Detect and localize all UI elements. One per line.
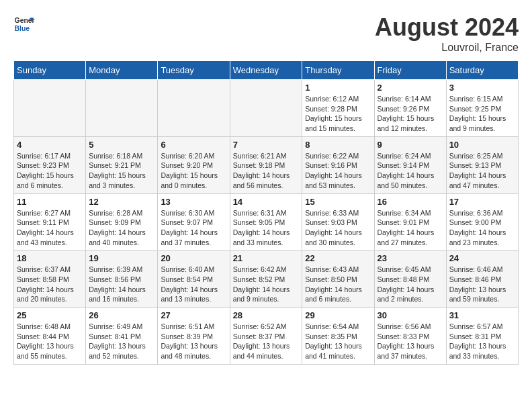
week-row-4: 18Sunrise: 6:37 AMSunset: 8:58 PMDayligh…	[14, 250, 519, 308]
day-info: Sunrise: 6:20 AMSunset: 9:20 PMDaylight:…	[161, 151, 226, 191]
calendar-cell: 14Sunrise: 6:31 AMSunset: 9:05 PMDayligh…	[230, 193, 302, 250]
calendar-cell: 3Sunrise: 6:15 AMSunset: 9:25 PMDaylight…	[446, 80, 518, 137]
day-info: Sunrise: 6:33 AMSunset: 9:03 PMDaylight:…	[305, 208, 371, 248]
svg-text:Blue: Blue	[15, 25, 30, 32]
day-info: Sunrise: 6:49 AMSunset: 8:41 PMDaylight:…	[89, 322, 154, 361]
day-info: Sunrise: 6:22 AMSunset: 9:16 PMDaylight:…	[305, 151, 371, 191]
day-info: Sunrise: 6:28 AMSunset: 9:09 PMDaylight:…	[89, 208, 154, 248]
day-info: Sunrise: 6:51 AMSunset: 8:39 PMDaylight:…	[161, 322, 226, 361]
day-number: 26	[89, 310, 154, 320]
day-info: Sunrise: 6:24 AMSunset: 9:14 PMDaylight:…	[378, 151, 443, 191]
calendar-cell	[14, 80, 86, 137]
day-number: 15	[305, 197, 371, 207]
day-info: Sunrise: 6:21 AMSunset: 9:18 PMDaylight:…	[233, 151, 300, 191]
day-number: 6	[161, 140, 226, 150]
day-number: 18	[17, 253, 83, 263]
calendar-cell: 1Sunrise: 6:12 AMSunset: 9:28 PMDaylight…	[302, 80, 374, 137]
calendar-cell: 9Sunrise: 6:24 AMSunset: 9:14 PMDaylight…	[374, 136, 446, 193]
day-info: Sunrise: 6:31 AMSunset: 9:05 PMDaylight:…	[233, 208, 300, 248]
calendar-cell: 27Sunrise: 6:51 AMSunset: 8:39 PMDayligh…	[158, 308, 230, 365]
day-number: 21	[233, 253, 300, 263]
day-number: 24	[449, 253, 515, 263]
calendar-cell: 24Sunrise: 6:46 AMSunset: 8:46 PMDayligh…	[446, 250, 518, 308]
day-info: Sunrise: 6:34 AMSunset: 9:01 PMDaylight:…	[378, 208, 443, 248]
calendar-cell	[86, 80, 158, 137]
calendar-cell: 15Sunrise: 6:33 AMSunset: 9:03 PMDayligh…	[302, 193, 374, 250]
week-row-1: 1Sunrise: 6:12 AMSunset: 9:28 PMDaylight…	[14, 80, 519, 137]
calendar-cell: 19Sunrise: 6:39 AMSunset: 8:56 PMDayligh…	[86, 250, 158, 308]
calendar-cell	[230, 80, 302, 137]
day-info: Sunrise: 6:46 AMSunset: 8:46 PMDaylight:…	[449, 265, 515, 304]
calendar-cell: 2Sunrise: 6:14 AMSunset: 9:26 PMDaylight…	[374, 80, 446, 137]
day-number: 2	[378, 83, 443, 93]
week-row-2: 4Sunrise: 6:17 AMSunset: 9:23 PMDaylight…	[14, 136, 519, 193]
day-info: Sunrise: 6:30 AMSunset: 9:07 PMDaylight:…	[161, 208, 226, 248]
day-info: Sunrise: 6:25 AMSunset: 9:13 PMDaylight:…	[449, 151, 515, 191]
col-header-wednesday: Wednesday	[230, 61, 302, 80]
calendar-cell: 29Sunrise: 6:54 AMSunset: 8:35 PMDayligh…	[302, 308, 374, 365]
day-number: 7	[233, 140, 300, 150]
calendar-cell: 16Sunrise: 6:34 AMSunset: 9:01 PMDayligh…	[374, 193, 446, 250]
calendar-cell: 6Sunrise: 6:20 AMSunset: 9:20 PMDaylight…	[158, 136, 230, 193]
day-info: Sunrise: 6:15 AMSunset: 9:25 PMDaylight:…	[449, 94, 515, 134]
week-row-5: 25Sunrise: 6:48 AMSunset: 8:44 PMDayligh…	[14, 308, 519, 365]
day-info: Sunrise: 6:56 AMSunset: 8:33 PMDaylight:…	[378, 322, 443, 361]
day-info: Sunrise: 6:12 AMSunset: 9:28 PMDaylight:…	[305, 94, 371, 134]
day-info: Sunrise: 6:27 AMSunset: 9:11 PMDaylight:…	[17, 208, 83, 248]
calendar-cell: 4Sunrise: 6:17 AMSunset: 9:23 PMDaylight…	[14, 136, 86, 193]
day-info: Sunrise: 6:43 AMSunset: 8:50 PMDaylight:…	[305, 265, 371, 304]
col-header-friday: Friday	[374, 61, 446, 80]
day-info: Sunrise: 6:54 AMSunset: 8:35 PMDaylight:…	[305, 322, 371, 361]
calendar-cell: 22Sunrise: 6:43 AMSunset: 8:50 PMDayligh…	[302, 250, 374, 308]
calendar-cell: 10Sunrise: 6:25 AMSunset: 9:13 PMDayligh…	[446, 136, 518, 193]
day-number: 1	[305, 83, 371, 93]
calendar-cell: 12Sunrise: 6:28 AMSunset: 9:09 PMDayligh…	[86, 193, 158, 250]
day-number: 23	[378, 253, 443, 263]
calendar-cell: 21Sunrise: 6:42 AMSunset: 8:52 PMDayligh…	[230, 250, 302, 308]
day-info: Sunrise: 6:52 AMSunset: 8:37 PMDaylight:…	[233, 322, 300, 361]
calendar-cell	[158, 80, 230, 137]
day-number: 19	[89, 253, 154, 263]
day-info: Sunrise: 6:57 AMSunset: 8:31 PMDaylight:…	[449, 322, 515, 361]
calendar-cell: 20Sunrise: 6:40 AMSunset: 8:54 PMDayligh…	[158, 250, 230, 308]
day-number: 28	[233, 310, 300, 320]
day-number: 17	[449, 197, 515, 207]
day-number: 14	[233, 197, 300, 207]
calendar-cell: 5Sunrise: 6:18 AMSunset: 9:21 PMDaylight…	[86, 136, 158, 193]
day-number: 11	[17, 197, 83, 207]
day-number: 9	[378, 140, 443, 150]
calendar-cell: 11Sunrise: 6:27 AMSunset: 9:11 PMDayligh…	[14, 193, 86, 250]
col-header-thursday: Thursday	[302, 61, 374, 80]
day-number: 20	[161, 253, 226, 263]
calendar-cell: 18Sunrise: 6:37 AMSunset: 8:58 PMDayligh…	[14, 250, 86, 308]
calendar-table: SundayMondayTuesdayWednesdayThursdayFrid…	[13, 60, 519, 365]
day-info: Sunrise: 6:48 AMSunset: 8:44 PMDaylight:…	[17, 322, 83, 361]
calendar-cell: 8Sunrise: 6:22 AMSunset: 9:16 PMDaylight…	[302, 136, 374, 193]
calendar-cell: 13Sunrise: 6:30 AMSunset: 9:07 PMDayligh…	[158, 193, 230, 250]
day-info: Sunrise: 6:17 AMSunset: 9:23 PMDaylight:…	[17, 151, 83, 191]
day-number: 10	[449, 140, 515, 150]
title-block: August 2024 Louvroil, France	[375, 13, 519, 54]
day-info: Sunrise: 6:36 AMSunset: 9:00 PMDaylight:…	[449, 208, 515, 248]
logo-icon: General Blue	[13, 13, 35, 35]
day-number: 13	[161, 197, 226, 207]
day-info: Sunrise: 6:40 AMSunset: 8:54 PMDaylight:…	[161, 265, 226, 304]
location-subtitle: Louvroil, France	[375, 42, 519, 54]
day-number: 22	[305, 253, 371, 263]
col-header-monday: Monday	[86, 61, 158, 80]
day-number: 4	[17, 140, 83, 150]
calendar-cell: 30Sunrise: 6:56 AMSunset: 8:33 PMDayligh…	[374, 308, 446, 365]
day-number: 31	[449, 310, 515, 320]
week-row-3: 11Sunrise: 6:27 AMSunset: 9:11 PMDayligh…	[14, 193, 519, 250]
day-number: 27	[161, 310, 226, 320]
calendar-cell: 7Sunrise: 6:21 AMSunset: 9:18 PMDaylight…	[230, 136, 302, 193]
day-info: Sunrise: 6:39 AMSunset: 8:56 PMDaylight:…	[89, 265, 154, 304]
day-number: 16	[378, 197, 443, 207]
header: General Blue August 2024 Louvroil, Franc…	[13, 13, 519, 54]
col-header-sunday: Sunday	[14, 61, 86, 80]
col-header-saturday: Saturday	[446, 61, 518, 80]
day-number: 5	[89, 140, 154, 150]
calendar-cell: 25Sunrise: 6:48 AMSunset: 8:44 PMDayligh…	[14, 308, 86, 365]
day-info: Sunrise: 6:45 AMSunset: 8:48 PMDaylight:…	[378, 265, 443, 304]
day-number: 3	[449, 83, 515, 93]
